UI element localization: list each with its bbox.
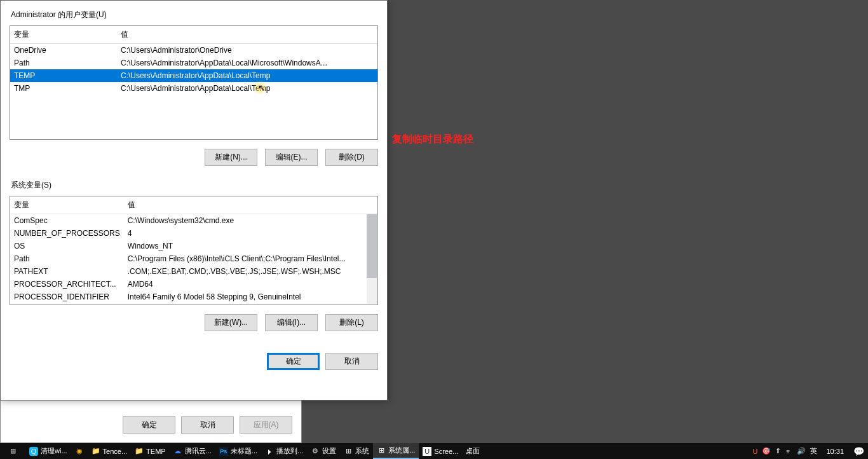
- play-icon: ⏵: [265, 447, 274, 456]
- table-row[interactable]: PROCESSOR_IDENTIFIERIntel64 Family 6 Mod…: [10, 291, 377, 303]
- photoshop-icon: Ps: [219, 447, 228, 456]
- sys-vars-table[interactable]: 变量 值 ComSpecC:\Windows\system32\cmd.exe …: [10, 196, 377, 303]
- taskbar[interactable]: ⊞ Q清理wi... ◉ 📁Tence... 📁TEMP ☁腾讯云... Ps未…: [0, 443, 868, 459]
- taskbar-item[interactable]: UScree...: [419, 443, 462, 459]
- sys-delete-button[interactable]: 删除(L): [325, 314, 378, 331]
- parent-apply-button: 应用(A): [240, 416, 292, 434]
- user-new-button[interactable]: 新建(N)...: [205, 149, 257, 166]
- system-icon: ⊞: [344, 447, 353, 456]
- taskbar-item[interactable]: ⏵播放到...: [261, 443, 307, 459]
- annotation-text: 复制临时目录路径: [392, 133, 473, 146]
- user-delete-button[interactable]: 删除(D): [325, 149, 378, 166]
- taskbar-clock[interactable]: 10:31: [821, 448, 849, 455]
- environment-variables-dialog: Administrator 的用户变量(U) 变量 值 OneDriveC:\U…: [0, 0, 388, 401]
- folder-icon: 📁: [135, 447, 144, 456]
- tray-icon[interactable]: 🎯: [762, 447, 771, 455]
- notification-icon[interactable]: 💬: [849, 446, 868, 456]
- qq-icon: Q: [29, 447, 38, 456]
- table-row[interactable]: TEMPC:\Users\Administrator\AppData\Local…: [10, 69, 377, 82]
- table-row[interactable]: ComSpecC:\Windows\system32\cmd.exe: [10, 214, 377, 228]
- table-row[interactable]: OSWindows_NT: [10, 240, 377, 252]
- taskbar-item[interactable]: 📁Tence...: [88, 443, 132, 459]
- table-row[interactable]: PATHEXT.COM;.EXE;.BAT;.CMD;.VBS;.VBE;.JS…: [10, 265, 377, 278]
- user-vars-header-value[interactable]: 值: [117, 26, 377, 44]
- system-props-icon: ⊞: [377, 446, 386, 455]
- table-row[interactable]: PROCESSOR_ARCHITECT...AMD64: [10, 278, 377, 291]
- user-edit-button[interactable]: 编辑(E)...: [265, 149, 318, 166]
- tray-icon[interactable]: U: [753, 448, 758, 455]
- sys-vars-label: 系统变量(S): [10, 180, 378, 191]
- sys-vars-header-value[interactable]: 值: [124, 196, 377, 214]
- table-row[interactable]: TMPC:\Users\Administrator\AppData\Local\…: [10, 82, 377, 95]
- sys-vars-scrollbar[interactable]: [367, 214, 377, 304]
- table-row[interactable]: PathC:\Users\Administrator\AppData\Local…: [10, 57, 377, 69]
- ok-button[interactable]: 确定: [267, 353, 320, 370]
- system-tray[interactable]: U 🎯 ⇑ ᯤ 🔊 英: [749, 446, 822, 456]
- tray-icon[interactable]: ⇑: [775, 447, 781, 455]
- folder-icon: 📁: [92, 447, 100, 456]
- gear-icon: ⚙: [311, 447, 320, 456]
- taskbar-item-chrome[interactable]: ◉: [71, 443, 88, 459]
- user-vars-header-name[interactable]: 变量: [10, 26, 117, 44]
- parent-ok-button[interactable]: 确定: [123, 416, 175, 434]
- taskbar-item[interactable]: ⊞系统属...: [373, 443, 419, 459]
- user-vars-label: Administrator 的用户变量(U): [10, 10, 378, 20]
- taskbar-item[interactable]: Q清理wi...: [25, 443, 71, 459]
- network-icon[interactable]: ᯤ: [785, 448, 792, 455]
- table-row[interactable]: PathC:\Program Files (x86)\Intel\iCLS Cl…: [10, 252, 377, 265]
- cloud-icon: ☁: [173, 447, 182, 456]
- sys-edit-button[interactable]: 编辑(I)...: [265, 314, 318, 331]
- sys-vars-header-name[interactable]: 变量: [10, 196, 124, 214]
- user-vars-table-container: 变量 值 OneDriveC:\Users\Administrator\OneD…: [10, 25, 378, 140]
- table-row[interactable]: OneDriveC:\Users\Administrator\OneDrive: [10, 44, 377, 57]
- taskbar-item[interactable]: 📁TEMP: [131, 443, 170, 459]
- ime-icon[interactable]: 英: [810, 446, 817, 456]
- taskbar-item[interactable]: ☁腾讯云...: [170, 443, 215, 459]
- cancel-button[interactable]: 取消: [325, 353, 378, 370]
- start-button[interactable]: ⊞: [0, 443, 25, 459]
- taskbar-item[interactable]: ⚙设置: [307, 443, 340, 459]
- chrome-icon: ◉: [75, 447, 84, 456]
- parent-cancel-button[interactable]: 取消: [181, 416, 234, 434]
- taskbar-item-desktop[interactable]: 桌面: [462, 443, 484, 459]
- taskbar-item[interactable]: ⊞系统: [340, 443, 373, 459]
- taskbar-item[interactable]: Ps未标题...: [215, 443, 261, 459]
- user-vars-table[interactable]: 变量 值 OneDriveC:\Users\Administrator\OneD…: [10, 26, 377, 95]
- windows-icon: ⊞: [8, 447, 17, 456]
- scrollbar-thumb[interactable]: [367, 214, 377, 278]
- table-row[interactable]: NUMBER_OF_PROCESSORS4: [10, 227, 377, 240]
- sys-new-button[interactable]: 新建(W)...: [205, 314, 257, 331]
- recorder-icon: U: [423, 447, 431, 456]
- sys-vars-table-container: 变量 值 ComSpecC:\Windows\system32\cmd.exe …: [10, 196, 378, 305]
- volume-icon[interactable]: 🔊: [797, 447, 806, 455]
